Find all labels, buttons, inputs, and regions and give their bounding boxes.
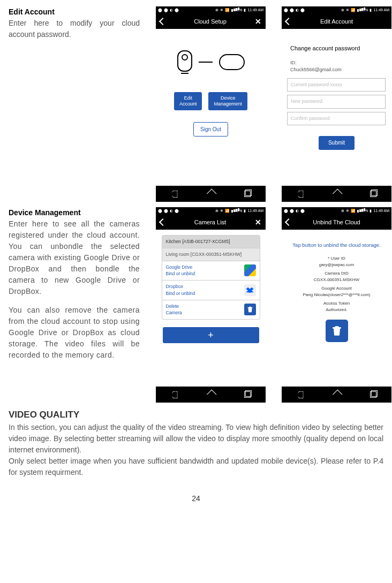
delete-camera-button[interactable]: DeleteCamera: [162, 300, 260, 320]
action-line: Bind or unbind: [166, 291, 195, 296]
screen-title: Unbind The Cloud: [291, 218, 382, 227]
dropbox-bind-button[interactable]: DropboxBind or unbind: [162, 281, 260, 300]
unbind-did-value: CGXX-000351-MSKHW: [314, 277, 359, 283]
nav-back-icon[interactable]: [171, 190, 177, 198]
phone-cloud-setup: ⬤⬤◐⬤ ⊕✵📶 89%▮ 11:49 AM Cloud Setup ✕: [156, 6, 266, 202]
nav-recent-icon[interactable]: [244, 191, 251, 197]
signal-icon: [231, 9, 233, 12]
id-label: ID:: [290, 60, 297, 65]
action-line: Camera: [166, 310, 182, 315]
nav-recent-icon[interactable]: [370, 191, 376, 197]
video-quality-body-2: Only select better image when you have s…: [9, 456, 383, 478]
nav-back-icon[interactable]: [297, 190, 303, 198]
close-icon[interactable]: ✕: [255, 217, 261, 228]
status-bar: ⬤⬤◐⬤ ⊕✵📶 89%▮ 11:49 AM: [282, 6, 391, 14]
edit-account-button[interactable]: Edit Account: [174, 92, 202, 110]
status-bar: ⬤⬤◐⬤ ⊕✵📶 89%▮ 11:49 AM: [156, 207, 266, 215]
camera-row-living-room[interactable]: Living room [CGXX-000351-MSKHW]: [162, 248, 260, 261]
btn-line: Edit: [184, 95, 192, 101]
device-management-body-1: Enter here to see all the cameras regist…: [9, 218, 140, 297]
camera-row-kitchen[interactable]: Kitchen [ASIB-001727-XCGMS]: [162, 235, 260, 248]
edit-account-body: Enter here to modify your cloud account …: [9, 18, 140, 40]
action-line: Delete: [166, 304, 179, 309]
unbind-google-value: Pang Nicolas(closer2***@***il.com): [303, 292, 371, 298]
nav-back-icon[interactable]: [171, 391, 177, 398]
status-bar: ⬤⬤◐⬤ ⊕✵📶 89%▮ 11:49 AM: [156, 6, 266, 14]
sign-out-button[interactable]: Sign Out: [193, 122, 228, 137]
time-text: 11:49 AM: [247, 7, 263, 13]
current-password-input[interactable]: Current password xxxxx: [287, 78, 386, 92]
confirm-password-input[interactable]: Confirm password: [287, 112, 386, 126]
signal-icon: [357, 210, 359, 213]
nav-recent-icon[interactable]: [370, 391, 376, 398]
action-line: Google Drive: [166, 264, 193, 270]
time-text: 11:49 AM: [247, 208, 263, 214]
screen-title: Edit Account: [291, 17, 382, 26]
new-password-input[interactable]: New password: [287, 95, 386, 109]
signal-icon: [357, 9, 359, 12]
id-value: Chuck5566@gmail.com: [290, 67, 342, 72]
google-drive-icon: [244, 264, 256, 276]
time-text: 11:49 AM: [373, 208, 389, 214]
screen-title: Cloud Setup: [165, 17, 255, 26]
phone-camera-list: ⬤⬤◐⬤ ⊕✵📶 89%▮ 11:49 AM Camera List ✕ Kit…: [156, 207, 266, 403]
action-line: Bind or unbind: [166, 271, 195, 276]
add-camera-button[interactable]: +: [163, 327, 259, 343]
unbind-userid-value: gary@jswpac.com: [319, 262, 354, 268]
cloud-icon: [219, 54, 245, 70]
link-dash-icon: [199, 62, 213, 63]
device-management-heading: Device Management: [9, 207, 140, 218]
status-bar: ⬤⬤◐⬤ ⊕✵📶 89%▮ 11:49 AM: [282, 207, 391, 215]
video-quality-heading: VIDEO QUALITY: [9, 408, 383, 422]
device-management-button[interactable]: Device Management: [208, 92, 247, 110]
change-password-heading: Change account password: [290, 44, 386, 53]
dropbox-icon: [244, 284, 256, 296]
unbind-google-label: Google Account: [321, 285, 351, 292]
battery-text: 89%: [360, 208, 368, 214]
nav-back-icon[interactable]: [297, 391, 303, 398]
unbind-did-label: Camera DID: [325, 270, 348, 277]
submit-button[interactable]: Submit: [319, 136, 355, 150]
action-line: Dropbox: [166, 284, 183, 289]
btn-line: Account: [179, 101, 197, 107]
nav-home-icon[interactable]: [208, 191, 215, 198]
battery-text: 89%: [235, 208, 242, 214]
device-management-body-2: You can also remove the camera from the …: [9, 305, 140, 361]
battery-text: 89%: [360, 7, 368, 13]
nav-recent-icon[interactable]: [244, 391, 251, 398]
btn-line: Device: [221, 95, 236, 101]
edit-account-heading: Edit Account: [9, 6, 140, 18]
battery-text: 89%: [235, 7, 242, 13]
unbind-token-label: Access Token: [323, 300, 350, 307]
page-number: 24: [9, 493, 383, 504]
unbind-userid-label: * User ID: [328, 255, 345, 262]
phone-edit-account: ⬤⬤◐⬤ ⊕✵📶 89%▮ 11:49 AM Edit Account Chan…: [282, 6, 391, 202]
unbind-token-value: Authorized.: [326, 307, 347, 313]
close-icon[interactable]: ✕: [255, 16, 261, 27]
nav-home-icon[interactable]: [334, 191, 341, 198]
camera-icon: [177, 50, 192, 72]
google-drive-bind-button[interactable]: Google DriveBind or unbind: [162, 261, 260, 281]
signal-icon: [231, 210, 233, 213]
nav-home-icon[interactable]: [208, 391, 215, 398]
nav-home-icon[interactable]: [334, 391, 341, 398]
unbind-instruction: Tap button to unbind the cloud storage.: [292, 241, 380, 249]
video-quality-body-1: In this section, you can adjust the qual…: [9, 422, 383, 456]
btn-line: Management: [214, 101, 242, 107]
trash-icon: [244, 304, 256, 315]
unbind-button[interactable]: [326, 320, 348, 342]
phone-unbind-cloud: ⬤⬤◐⬤ ⊕✵📶 89%▮ 11:49 AM Unbind The Cloud …: [282, 207, 391, 403]
screen-title: Camera List: [165, 218, 255, 227]
time-text: 11:49 AM: [373, 7, 389, 13]
